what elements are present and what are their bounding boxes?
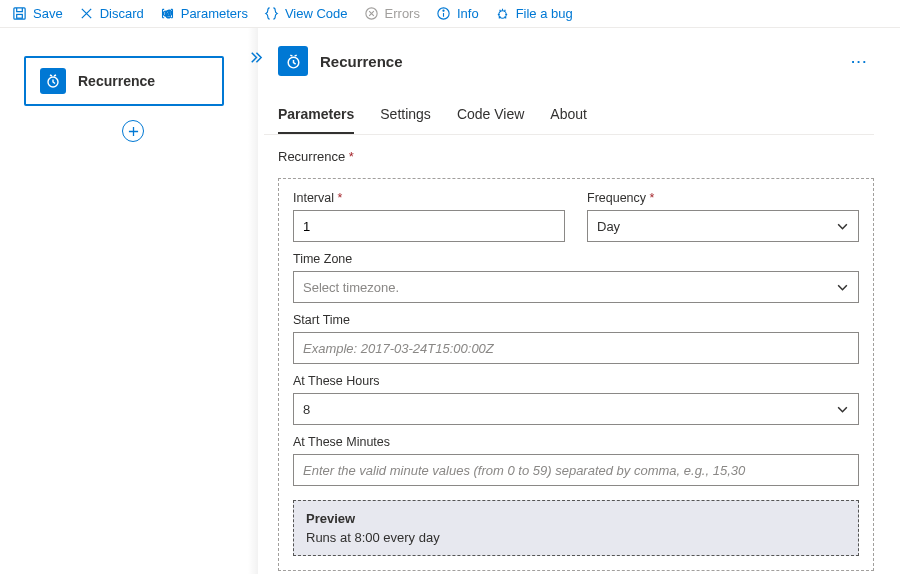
svg-point-6 xyxy=(443,10,444,11)
tab-parameters[interactable]: Parameters xyxy=(278,98,354,134)
error-icon xyxy=(364,6,379,21)
parameters-label: Parameters xyxy=(181,6,248,21)
chevron-right-double-icon xyxy=(248,50,263,65)
panel-title: Recurrence xyxy=(320,53,403,70)
bug-icon xyxy=(495,6,510,21)
svg-rect-0 xyxy=(14,8,25,19)
info-button[interactable]: Info xyxy=(436,6,479,21)
designer-toolbar: Save Discard @ Parameters View Code Erro… xyxy=(0,0,900,28)
timezone-label: Time Zone xyxy=(293,252,859,266)
add-step-button[interactable] xyxy=(122,120,144,142)
close-icon xyxy=(79,6,94,21)
plus-icon xyxy=(128,126,139,137)
chevron-down-icon xyxy=(836,220,849,233)
timezone-placeholder: Select timezone. xyxy=(303,280,399,295)
frequency-select[interactable]: Day xyxy=(587,210,859,242)
hours-select[interactable]: 8 xyxy=(293,393,859,425)
starttime-label: Start Time xyxy=(293,313,859,327)
workspace: Recurrence Recurrence ··· Parameters Set… xyxy=(0,28,900,574)
interval-input[interactable] xyxy=(293,210,565,242)
view-code-button[interactable]: View Code xyxy=(264,6,348,21)
collapse-pane-button[interactable] xyxy=(248,50,263,68)
info-label: Info xyxy=(457,6,479,21)
svg-rect-1 xyxy=(17,14,23,18)
hours-value: 8 xyxy=(303,402,310,417)
hours-label: At These Hours xyxy=(293,374,859,388)
preview-title: Preview xyxy=(306,511,846,526)
file-bug-button[interactable]: File a bug xyxy=(495,6,573,21)
chevron-down-icon xyxy=(836,281,849,294)
discard-label: Discard xyxy=(100,6,144,21)
panel-more-menu[interactable]: ··· xyxy=(851,54,874,69)
parameters-button[interactable]: @ Parameters xyxy=(160,6,248,21)
save-button[interactable]: Save xyxy=(12,6,63,21)
svg-text:@: @ xyxy=(165,9,172,18)
clock-icon xyxy=(40,68,66,94)
discard-button[interactable]: Discard xyxy=(79,6,144,21)
parameters-icon: @ xyxy=(160,6,175,21)
starttime-input[interactable] xyxy=(293,332,859,364)
save-icon xyxy=(12,6,27,21)
frequency-value: Day xyxy=(597,219,620,234)
errors-label: Errors xyxy=(385,6,420,21)
trigger-card[interactable]: Recurrence xyxy=(24,56,224,106)
tab-settings[interactable]: Settings xyxy=(380,98,431,134)
chevron-down-icon xyxy=(836,403,849,416)
frequency-label: Frequency xyxy=(587,191,859,205)
tab-about[interactable]: About xyxy=(550,98,587,134)
timezone-select[interactable]: Select timezone. xyxy=(293,271,859,303)
clock-icon xyxy=(278,46,308,76)
preview-text: Runs at 8:00 every day xyxy=(306,530,846,545)
minutes-input[interactable] xyxy=(293,454,859,486)
errors-button: Errors xyxy=(364,6,420,21)
tab-code-view[interactable]: Code View xyxy=(457,98,524,134)
minutes-label: At These Minutes xyxy=(293,435,859,449)
view-code-label: View Code xyxy=(285,6,348,21)
info-icon xyxy=(436,6,451,21)
details-pane: Recurrence ··· Parameters Settings Code … xyxy=(258,28,900,574)
section-label: Recurrence xyxy=(264,149,874,164)
panel-tabs: Parameters Settings Code View About xyxy=(264,98,874,135)
preview-box: Preview Runs at 8:00 every day xyxy=(293,500,859,556)
file-bug-label: File a bug xyxy=(516,6,573,21)
braces-icon xyxy=(264,6,279,21)
recurrence-form: Interval Frequency Day Time Zone Select … xyxy=(278,178,874,571)
canvas-pane: Recurrence xyxy=(0,28,258,574)
panel-header: Recurrence ··· xyxy=(264,46,874,76)
trigger-card-label: Recurrence xyxy=(78,73,155,89)
interval-label: Interval xyxy=(293,191,565,205)
save-label: Save xyxy=(33,6,63,21)
